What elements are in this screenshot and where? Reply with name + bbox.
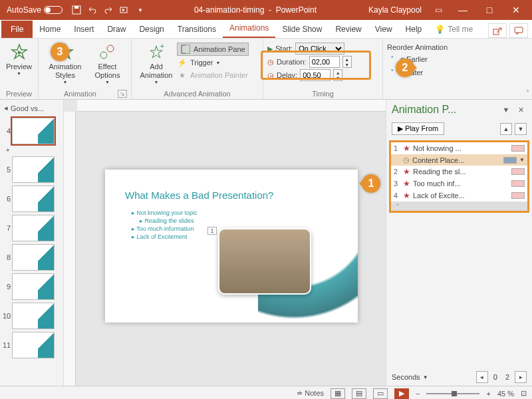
- normal-view-icon[interactable]: ▦: [331, 388, 345, 399]
- tab-help[interactable]: Help: [399, 21, 429, 38]
- zoom-slider[interactable]: [426, 393, 479, 394]
- zoom-out-icon[interactable]: −: [416, 390, 420, 398]
- trigger-button[interactable]: ⚡ Trigger ▼: [177, 57, 249, 68]
- duration-row: ◷ Duration: ▲▼: [267, 56, 378, 68]
- tell-me-search[interactable]: 💡 Tell me: [428, 21, 479, 38]
- delay-input[interactable]: [300, 69, 331, 81]
- timeline-right-icon[interactable]: ▸: [515, 371, 527, 383]
- move-down-button[interactable]: ▼: [515, 123, 527, 135]
- redo-icon[interactable]: [101, 3, 116, 17]
- entrance-star-icon: ★: [403, 179, 410, 188]
- save-icon[interactable]: [69, 3, 84, 17]
- animation-painter-icon: ★: [177, 70, 188, 80]
- collapse-ribbon-icon[interactable]: ˄: [526, 89, 529, 96]
- status-bar: ≐ Notes ▦ ▤ ▭ ▶ − + 45 % ⊡: [0, 386, 532, 399]
- slide-thumbnails: ◂ Good vs... 4 ✦ 5 6 7 8 9 10 11: [0, 100, 64, 386]
- anim-list-expand[interactable]: ⌃: [391, 201, 527, 211]
- tab-insert[interactable]: Insert: [67, 21, 100, 38]
- user-name[interactable]: Kayla Claypool: [363, 5, 427, 15]
- outline-header[interactable]: ◂ Good vs...: [1, 101, 62, 115]
- duration-clock-icon: ◷: [267, 58, 274, 66]
- callout-2: 2: [396, 59, 414, 77]
- thumb-4[interactable]: [12, 118, 55, 144]
- animation-pane: Animation P... ▼ ✕ ▶ Play From ▲ ▼ 1★Not…: [386, 100, 532, 386]
- play-from-button[interactable]: ▶ Play From: [392, 122, 444, 135]
- callout-3: 3: [51, 43, 69, 61]
- add-animation-button[interactable]: + Add Animation▼: [136, 41, 177, 87]
- tab-home[interactable]: Home: [33, 21, 67, 38]
- thumb-10[interactable]: [12, 303, 55, 329]
- svg-rect-9: [186, 45, 190, 53]
- tab-animations[interactable]: Animations: [223, 19, 275, 38]
- animation-pane-icon: [180, 44, 191, 55]
- seconds-label: Seconds: [392, 373, 420, 381]
- tab-view[interactable]: View: [368, 21, 399, 38]
- delay-row: ◶ Delay: ▲▼: [267, 69, 378, 81]
- thumb-num: 8: [3, 253, 11, 261]
- zoom-in-icon[interactable]: +: [486, 390, 490, 398]
- tab-design[interactable]: Design: [132, 21, 170, 38]
- comments-button[interactable]: [509, 23, 528, 38]
- undo-icon[interactable]: [85, 3, 100, 17]
- tab-file[interactable]: File: [1, 21, 33, 38]
- group-label-timing: Timing: [267, 88, 378, 98]
- effect-options-button[interactable]: Effect Options▼: [88, 41, 127, 87]
- qat-dropdown-icon[interactable]: ▼: [133, 3, 148, 17]
- anim-item[interactable]: 4★Lack of Excite...: [391, 190, 527, 201]
- svg-rect-3: [493, 29, 499, 35]
- tab-review[interactable]: Review: [329, 21, 368, 38]
- move-up-button[interactable]: ▲: [500, 123, 512, 135]
- pane-options-icon[interactable]: ▼: [500, 104, 512, 116]
- start-row: ▶ Start: On Click: [267, 43, 378, 55]
- zoom-level[interactable]: 45 %: [497, 390, 514, 398]
- maximize-button[interactable]: □: [476, 0, 503, 20]
- slide-image[interactable]: [218, 228, 311, 295]
- tab-transitions[interactable]: Transitions: [171, 21, 223, 38]
- tab-draw[interactable]: Draw: [100, 21, 132, 38]
- reading-view-icon[interactable]: ▭: [373, 388, 388, 399]
- ribbon-display-icon[interactable]: ▭: [427, 5, 450, 15]
- autosave-toggle[interactable]: AutoSave: [3, 5, 66, 15]
- entrance-star-icon: ★: [403, 144, 410, 153]
- svg-rect-1: [74, 6, 78, 9]
- sorter-view-icon[interactable]: ▤: [352, 388, 366, 399]
- anim-tag-image[interactable]: 1: [207, 227, 217, 235]
- svg-point-6: [107, 45, 114, 52]
- timeline-left-icon[interactable]: ◂: [476, 371, 488, 383]
- title-bar: AutoSave ▼ 04-animation-timing - PowerPo…: [0, 0, 532, 20]
- thumb-num: 5: [3, 166, 11, 174]
- thumb-11[interactable]: [12, 332, 55, 358]
- notes-button[interactable]: ≐ Notes: [297, 389, 324, 398]
- minimize-button[interactable]: —: [450, 0, 476, 20]
- timeline-end: 2: [503, 373, 512, 381]
- pane-close-icon[interactable]: ✕: [515, 104, 527, 116]
- duration-input[interactable]: [309, 56, 340, 68]
- ruler-vertical: [64, 112, 76, 386]
- thumb-7[interactable]: [12, 215, 55, 241]
- reorder-label: Reorder Animation: [387, 43, 466, 52]
- animation-painter-button[interactable]: ★ Animation Painter: [177, 69, 249, 81]
- anim-item[interactable]: 2★Reading the sl...: [391, 166, 527, 178]
- slideshow-view-icon[interactable]: ▶: [394, 388, 409, 399]
- delay-spinner[interactable]: ▲▼: [333, 69, 342, 81]
- close-button[interactable]: ✕: [503, 0, 529, 20]
- anim-item-selected[interactable]: ◷Content Place...▼: [391, 154, 527, 166]
- anim-item[interactable]: 3★Too much inf...: [391, 178, 527, 190]
- share-button[interactable]: [488, 23, 507, 38]
- thumb-8[interactable]: [12, 244, 55, 271]
- anim-item[interactable]: 1★Not knowing ...: [391, 142, 527, 154]
- effect-options-icon: [98, 43, 116, 61]
- start-from-beginning-icon[interactable]: [117, 3, 132, 17]
- start-select[interactable]: On Click: [295, 43, 344, 55]
- fit-to-window-icon[interactable]: ⊡: [521, 389, 527, 398]
- thumb-6[interactable]: [12, 186, 55, 212]
- entrance-star-icon: ★: [403, 191, 410, 200]
- animation-pane-button[interactable]: Animation Pane: [177, 43, 249, 56]
- slide[interactable]: What Makes a Bad Presentation? ▸ Not kno…: [105, 170, 358, 323]
- tab-slideshow[interactable]: Slide Show: [275, 21, 329, 38]
- thumb-num: 6: [3, 195, 11, 203]
- thumb-9[interactable]: [12, 273, 55, 300]
- thumb-5[interactable]: [12, 156, 55, 183]
- preview-button[interactable]: Preview ▼: [4, 41, 34, 78]
- duration-spinner[interactable]: ▲▼: [342, 56, 352, 68]
